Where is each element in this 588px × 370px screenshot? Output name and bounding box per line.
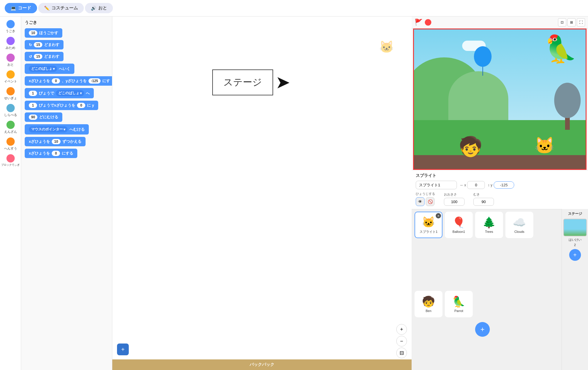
sprite-card-parrot[interactable]: 🦜 Parrot: [445, 291, 473, 317]
variables-dot: [6, 137, 15, 146]
tab-code[interactable]: 💻 コード: [5, 3, 37, 13]
block-direction: 90 どにむける: [25, 112, 108, 122]
trees-icon: 🌲: [482, 216, 496, 229]
x-coord-group: ↔ x: [460, 181, 485, 189]
backpack-bar[interactable]: バックパック: [112, 359, 412, 370]
cat-sprite: 🐱: [534, 136, 555, 155]
balloon-body: [474, 46, 492, 67]
visibility-group: ひょうじする 👁 🚫: [416, 192, 435, 206]
sprite-card-balloon1[interactable]: 🎈 Balloon1: [445, 212, 473, 238]
x-coord-input[interactable]: [467, 181, 485, 189]
stage-panel-title: ステージ: [568, 211, 582, 216]
sprite-card-sprite1[interactable]: ✕ 🐱 スプライト1: [415, 212, 442, 238]
add-sprite-icon: +: [480, 325, 485, 334]
y-coord-label: ↕ y: [488, 183, 492, 187]
sprite1-icon: 🐱: [422, 216, 435, 228]
direction-label: むき: [473, 192, 494, 197]
sidebar-item-looks[interactable]: みため: [4, 36, 16, 51]
hide-button[interactable]: 🚫: [426, 197, 435, 206]
sidebar-item-control[interactable]: せいぎょ: [3, 86, 18, 102]
clouds-label: Clouds: [514, 230, 524, 233]
sprite-name-input[interactable]: [416, 181, 457, 189]
stage-thumbnail[interactable]: [563, 219, 587, 236]
stage-controls: 🚩 ⊡ ⊞ ⛶: [412, 16, 588, 29]
balloon-sprite: [474, 46, 492, 76]
block-toward: マウスのポインター へむける: [25, 124, 108, 135]
sound-icon: 🔊: [91, 6, 96, 11]
zoom-reset-button[interactable]: ⊟: [396, 348, 407, 358]
code-icon: 💻: [11, 6, 16, 11]
y-coord-input[interactable]: [494, 181, 514, 189]
sprite-info-panel: スプライト ↔ x ↕ y ひょうじする 👁 🚫: [412, 170, 588, 209]
parrot-sprite: 🦜: [544, 34, 577, 64]
stage-thumb-sublabel: 2: [574, 243, 576, 247]
main-layout: うごき みため おと イベント せいぎょ しらべる えんざん へんすう: [0, 16, 588, 370]
add-backdrop-button[interactable]: +: [569, 249, 581, 261]
zoom-in-button[interactable]: +: [396, 324, 407, 335]
balloon1-icon: 🎈: [452, 216, 465, 229]
ben-label: Ben: [426, 309, 432, 313]
balloon-string: [482, 67, 483, 76]
sidebar-item-sound[interactable]: おと: [5, 52, 16, 68]
trees-label: Trees: [485, 230, 493, 233]
show-button[interactable]: 👁: [416, 197, 425, 206]
right-panel: 🚩 ⊡ ⊞ ⛶ 🦜: [412, 16, 588, 370]
sidebar-item-events[interactable]: イベント: [3, 69, 18, 85]
bottom-row: ✕ 🐱 スプライト1 🎈 Balloon1 🌲 Trees ☁️ Clo: [412, 209, 588, 370]
size-label: おおきさ: [444, 192, 465, 197]
stage-thumb-panel: ステージ はいけい 2 +: [562, 209, 588, 370]
sprite-props: ひょうじする 👁 🚫 おおきさ むき: [416, 192, 584, 206]
sprite-controls: ↔ x ↕ y: [416, 181, 584, 189]
tab-sound[interactable]: 🔊 おと: [85, 3, 113, 13]
stage-view-buttons: ⊡ ⊞ ⛶: [558, 18, 585, 26]
events-label: イベント: [4, 79, 17, 84]
sprite-section-title: スプライト: [416, 173, 584, 178]
script-area[interactable]: ステージ ➤ 🐱 + − ⊟ バックパック +: [112, 16, 412, 370]
sidebar-item-motion[interactable]: うごき: [4, 19, 16, 34]
scene-hill2: [448, 71, 508, 127]
block-rotate-ccw: ↺ 15 どまわす: [25, 52, 108, 61]
top-toolbar: 💻 コード ✏️ コスチューム 🔊 おと: [0, 0, 588, 16]
add-block-icon: +: [121, 346, 125, 353]
direction-input[interactable]: [473, 198, 494, 206]
scene-dirt: [414, 155, 586, 169]
zoom-out-button[interactable]: −: [396, 336, 407, 346]
y-coord-group: ↕ y: [488, 181, 514, 189]
stage-small-view-button[interactable]: ⊡: [558, 18, 566, 26]
vis-buttons: 👁 🚫: [416, 197, 435, 206]
sidebar-item-myblocks[interactable]: ブロックてぃぎ: [0, 153, 21, 168]
events-dot: [6, 70, 15, 79]
stage-fullscreen-button[interactable]: ⛶: [577, 18, 585, 26]
stage-arrow-container: ステージ ➤: [212, 69, 290, 95]
sidebar-item-sensing[interactable]: しらべる: [3, 103, 18, 118]
myblocks-label: ブロックてぃぎ: [1, 163, 20, 167]
sidebar-item-operators[interactable]: えんざん: [3, 120, 18, 135]
stage-medium-view-button[interactable]: ⊞: [567, 18, 576, 26]
blocks-panel: うごき 10 ほうごかす ↻ 15 どまわす ↺ 15 どまわす どこのばしょ: [21, 16, 112, 370]
block-rotate-cw: ↻ 15 どまわす: [25, 40, 108, 49]
size-input[interactable]: [444, 198, 465, 206]
stage-canvas: 🦜 🐱 🧒: [413, 29, 587, 170]
sprite1-label: スプライト1: [420, 230, 437, 234]
balloon1-label: Balloon1: [452, 230, 465, 233]
green-flag-button[interactable]: 🚩: [415, 19, 422, 26]
category-sidebar: うごき みため おと イベント せいぎょ しらべる えんざん へんすう: [0, 16, 21, 370]
sidebar-item-variables[interactable]: へんすう: [3, 136, 18, 152]
stop-button[interactable]: [425, 19, 431, 26]
show-label: ひょうじする: [416, 192, 435, 196]
add-sprite-button[interactable]: +: [475, 322, 490, 337]
sensing-dot: [6, 104, 15, 112]
direction-group: むき: [473, 192, 494, 206]
block-goto: どこのばしょ へいく: [25, 64, 108, 74]
operators-label: えんざん: [4, 130, 17, 134]
sprite-card-clouds[interactable]: ☁️ Clouds: [505, 212, 533, 238]
tab-costume[interactable]: ✏️ コスチューム: [38, 3, 84, 13]
add-block-button[interactable]: +: [117, 344, 129, 355]
block-setxy: xざひょうを 0 、yざひょうを -125 にす: [25, 76, 108, 86]
sprite-card-ben[interactable]: 🧒 Ben: [415, 291, 442, 317]
sprite-delete-sprite1[interactable]: ✕: [436, 213, 441, 218]
block-move: 10 ほうごかす: [25, 28, 108, 38]
stage-arrow-icon: ➤: [275, 74, 290, 91]
clouds-icon: ☁️: [513, 216, 526, 229]
sprite-card-trees[interactable]: 🌲 Trees: [475, 212, 503, 238]
